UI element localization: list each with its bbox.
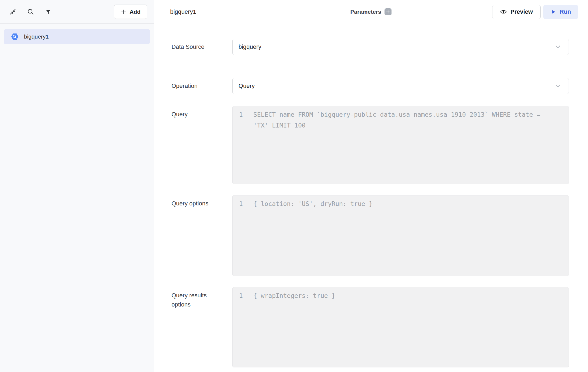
- data-source-row: Data Source bigquery: [172, 39, 569, 55]
- query-results-options-row: Query results options 1 { wrapIntegers: …: [172, 287, 569, 367]
- data-source-select[interactable]: bigquery: [232, 39, 569, 55]
- collapse-panel-button[interactable]: [8, 7, 18, 17]
- line-number: 1: [233, 198, 249, 209]
- query-editor-panel: bigquery1 Parameters Preview: [154, 0, 588, 372]
- data-source-label: Data Source: [172, 42, 232, 51]
- query-placeholder-text: SELECT name FROM `bigquery-public-data.u…: [253, 109, 545, 131]
- chevron-down-icon: [554, 82, 562, 90]
- query-results-options-editor[interactable]: 1 { wrapIntegers: true }: [232, 287, 569, 367]
- preview-button[interactable]: Preview: [492, 5, 541, 19]
- chevron-down-icon: [554, 43, 562, 51]
- query-options-editor[interactable]: 1 { location: 'US', dryRun: true }: [232, 195, 569, 276]
- query-list-item-bigquery1[interactable]: bigquery1: [4, 29, 150, 44]
- collapse-icon: [9, 8, 16, 15]
- query-row: Query 1 SELECT name FROM `bigquery-publi…: [172, 106, 569, 184]
- search-button[interactable]: [25, 7, 36, 17]
- operation-label: Operation: [172, 81, 232, 91]
- add-query-button[interactable]: Add: [114, 5, 147, 19]
- operation-select[interactable]: Query: [232, 78, 569, 94]
- operation-row: Operation Query: [172, 78, 569, 94]
- query-list: bigquery1: [0, 24, 154, 50]
- query-results-options-label: Query results options: [172, 287, 232, 309]
- header-actions: Preview Run: [492, 5, 578, 19]
- filter-icon: [45, 9, 51, 15]
- bigquery-icon: [11, 33, 19, 41]
- parameters-section: Parameters: [350, 8, 391, 15]
- data-source-value: bigquery: [239, 43, 554, 50]
- app-root: Add bigquery1 bigquery1 Parameters: [0, 0, 588, 372]
- query-sidebar: Add bigquery1: [0, 0, 154, 372]
- query-results-options-placeholder-text: { wrapIntegers: true }: [253, 290, 335, 301]
- query-code-editor[interactable]: 1 SELECT name FROM `bigquery-public-data…: [232, 106, 569, 184]
- query-header: bigquery1 Parameters Preview: [154, 0, 588, 24]
- filter-button[interactable]: [43, 7, 53, 17]
- query-options-placeholder-text: { location: 'US', dryRun: true }: [253, 198, 373, 209]
- query-label: Query: [172, 106, 232, 119]
- parameters-label: Parameters: [350, 9, 381, 15]
- run-button[interactable]: Run: [543, 5, 578, 19]
- search-icon: [27, 8, 34, 15]
- line-number: 1: [233, 290, 249, 301]
- preview-button-label: Preview: [510, 8, 533, 15]
- line-number: 1: [233, 109, 249, 120]
- add-button-label: Add: [130, 9, 141, 15]
- sidebar-toolbar: Add: [0, 0, 154, 24]
- play-icon: [550, 9, 556, 15]
- query-form: Data Source bigquery Operation Query: [154, 24, 588, 372]
- run-button-label: Run: [559, 8, 571, 15]
- add-parameter-button[interactable]: [385, 8, 392, 15]
- query-item-label: bigquery1: [24, 33, 49, 40]
- eye-icon: [500, 8, 507, 15]
- operation-value: Query: [239, 82, 554, 89]
- query-options-row: Query options 1 { location: 'US', dryRun…: [172, 195, 569, 276]
- plus-icon: [121, 9, 127, 15]
- plus-icon: [386, 10, 390, 14]
- query-options-label: Query options: [172, 195, 232, 208]
- query-title: bigquery1: [170, 8, 196, 15]
